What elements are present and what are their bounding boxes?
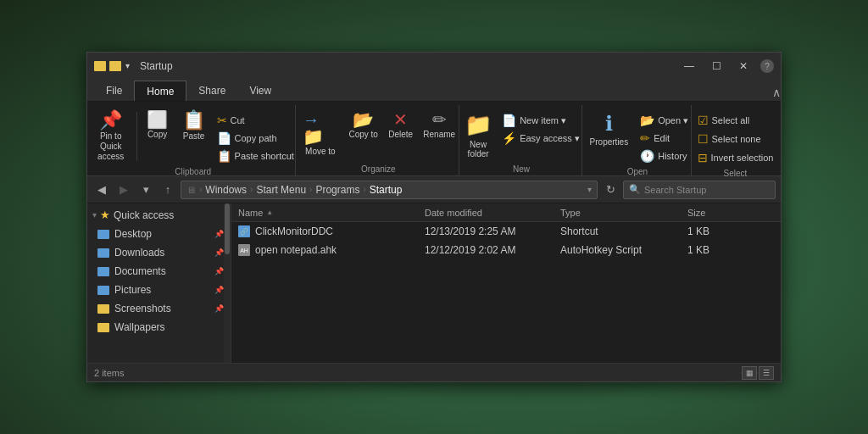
sidebar-item-screenshots[interactable]: Screenshots 📌 (87, 299, 231, 318)
pin-to-quick-access-button[interactable]: 📌 Pin to Quickaccess (89, 108, 133, 164)
select-none-icon: ☐ (698, 132, 709, 146)
title-down-arrow: ▾ (125, 61, 130, 71)
sidebar-item-downloads[interactable]: Downloads 📌 (87, 243, 231, 262)
ribbon-group-clipboard: 📌 Pin to Quickaccess ⬜ Copy 📋 Paste ✂ (91, 105, 296, 175)
paste-button[interactable]: 📋 Paste (176, 108, 212, 144)
address-startup: Startup (370, 184, 403, 196)
file-list-header: Name ▲ Date modified Type Size (231, 203, 781, 222)
col-header-date[interactable]: Date modified (425, 208, 560, 218)
pictures-label: Pictures (114, 284, 151, 296)
quick-access-label: Quick access (114, 209, 174, 221)
help-chevron[interactable]: ? (760, 59, 774, 73)
address-bar[interactable]: 🖥 › Windows › Start Menu › Programs › St… (181, 181, 598, 199)
edit-icon: ✏ (640, 131, 650, 145)
documents-pin: 📌 (214, 267, 224, 275)
properties-label: Properties (590, 137, 629, 147)
easy-access-label: Easy access ▾ (520, 133, 580, 144)
paste-icon: 📋 (182, 111, 205, 130)
new-item-icon: 📄 (502, 114, 516, 127)
col-header-name[interactable]: Name ▲ (238, 208, 425, 218)
new-item-button[interactable]: 📄 New item ▾ (498, 112, 583, 129)
delete-label: Delete (388, 130, 413, 140)
pictures-pin: 📌 (214, 286, 224, 294)
view-list-button[interactable]: ☰ (759, 366, 774, 380)
new-folder-icon: 📁 (465, 112, 492, 138)
open-icon: 📂 (640, 114, 654, 127)
up-button[interactable]: ↑ (159, 181, 177, 199)
new-group-label: New (513, 162, 530, 175)
paste-shortcut-icon: 📋 (217, 149, 231, 163)
file-name-1: ClickMonitorDDC (255, 225, 333, 237)
move-to-label: Move to (305, 147, 336, 157)
title-bar-folder-icons: ▾ (94, 61, 130, 71)
documents-label: Documents (114, 265, 166, 277)
search-box[interactable]: 🔍 Search Startup (623, 181, 776, 199)
sidebar-item-pictures[interactable]: Pictures 📌 (87, 281, 231, 299)
downloads-label: Downloads (114, 247, 164, 259)
quick-access-header[interactable]: ▾ ★ Quick access (87, 203, 231, 225)
paste-label: Paste (183, 131, 205, 142)
minimize-button[interactable]: — (676, 54, 703, 78)
desktop-folder-icon (97, 230, 109, 239)
address-windows: Windows (205, 184, 247, 196)
open-button[interactable]: 📂 Open ▾ (637, 112, 692, 129)
sidebar-item-desktop[interactable]: Desktop 📌 (87, 225, 231, 243)
back-button[interactable]: ◀ (92, 181, 111, 199)
move-to-button[interactable]: →📁 Move to (298, 108, 343, 159)
open-items: ℹ Properties 📂 Open ▾ ✏ Edit 🕐 History (583, 105, 693, 164)
copy-path-button[interactable]: 📄 Copy path (214, 130, 298, 147)
tab-share[interactable]: Share (186, 81, 237, 101)
cut-icon: ✂ (217, 114, 227, 127)
tab-home[interactable]: Home (134, 81, 186, 101)
maximize-button[interactable]: ☐ (703, 54, 730, 78)
new-folder-button[interactable]: 📁 Newfolder (459, 108, 497, 162)
clipboard-items: 📌 Pin to Quickaccess ⬜ Copy 📋 Paste ✂ (89, 105, 298, 164)
easy-access-icon: ⚡ (502, 131, 516, 145)
recent-locations-button[interactable]: ▾ (136, 181, 155, 199)
edit-label: Edit (654, 133, 670, 143)
col-header-type[interactable]: Type (560, 208, 687, 218)
address-programs: Programs (315, 184, 359, 196)
ribbon-group-open: ℹ Properties 📂 Open ▾ ✏ Edit 🕐 History (584, 105, 692, 175)
copy-label: Copy (147, 130, 167, 140)
easy-access-button[interactable]: ⚡ Easy access ▾ (498, 130, 583, 147)
select-all-button[interactable]: ☑ Select all (694, 112, 777, 129)
sidebar-item-wallpapers[interactable]: Wallpapers (87, 318, 231, 337)
downloads-folder-icon (97, 248, 109, 258)
copy-button[interactable]: ⬜ Copy (141, 108, 175, 142)
close-button[interactable]: ✕ (730, 54, 757, 78)
wallpapers-label: Wallpapers (114, 321, 165, 333)
rename-button[interactable]: ✏ Rename (420, 108, 459, 142)
select-none-button[interactable]: ☐ Select none (694, 131, 777, 147)
tab-view[interactable]: View (237, 81, 283, 101)
select-all-icon: ☑ (698, 114, 709, 127)
history-button[interactable]: 🕐 History (637, 147, 692, 164)
col-header-size[interactable]: Size (687, 208, 755, 218)
copy-to-button[interactable]: 📂 Copy to (345, 108, 382, 142)
downloads-pin: 📌 (214, 248, 224, 257)
refresh-button[interactable]: ↻ (601, 181, 620, 199)
file-type-1: Shortcut (560, 225, 687, 237)
delete-button[interactable]: ✕ Delete (384, 108, 418, 142)
address-start-menu: Start Menu (256, 184, 306, 196)
sidebar-scrollbar-thumb[interactable] (225, 203, 230, 254)
address-computer-icon: 🖥 (186, 185, 196, 195)
address-dropdown-icon[interactable]: ▾ (587, 185, 592, 194)
ribbon-collapse-icon[interactable]: ∧ (772, 86, 781, 99)
properties-icon: ℹ (605, 112, 613, 136)
file-row-2[interactable]: AH open notepad.ahk 12/12/2019 2:02 AM A… (231, 241, 781, 259)
tab-file[interactable]: File (94, 81, 134, 101)
file-date-2: 12/12/2019 2:02 AM (425, 244, 560, 256)
properties-button[interactable]: ℹ Properties (583, 108, 636, 150)
forward-button[interactable]: ▶ (114, 181, 133, 199)
view-details-button[interactable]: ▦ (742, 366, 757, 380)
cut-button[interactable]: ✂ Cut (214, 112, 298, 129)
sidebar-item-documents[interactable]: Documents 📌 (87, 262, 231, 281)
open-label: Open ▾ (658, 115, 688, 126)
paste-shortcut-button[interactable]: 📋 Paste shortcut (214, 147, 298, 164)
file-row-1[interactable]: 🔗 ClickMonitorDDC 12/13/2019 2:25 AM Sho… (231, 222, 781, 241)
title-bar-controls: — ☐ ✕ (676, 54, 757, 78)
status-bar: 2 items ▦ ☰ (87, 363, 781, 381)
edit-button[interactable]: ✏ Edit (637, 130, 692, 147)
invert-selection-button[interactable]: ⊟ Invert selection (694, 149, 777, 166)
